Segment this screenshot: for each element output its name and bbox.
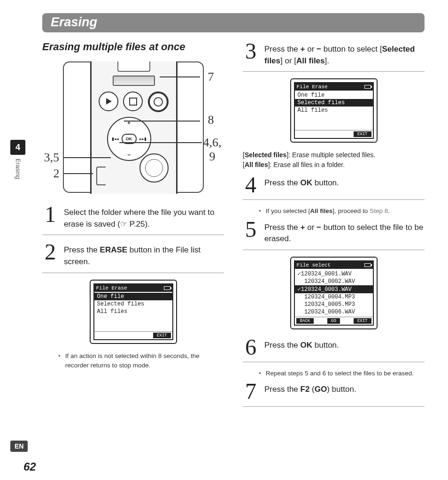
lcd-softkey: EXIT — [153, 333, 171, 338]
battery-icon — [364, 263, 371, 267]
step-text: Press the + or − button to select the fi… — [264, 219, 425, 245]
stop-button-icon — [123, 91, 143, 111]
note-step6: •Repeat steps 5 and 6 to select the file… — [259, 369, 425, 378]
note-step4: • If you selected [All files], proceed t… — [259, 206, 425, 216]
lcd-row: 120324_0002.WAV — [295, 278, 373, 285]
step-text: Press the OK button. — [264, 337, 425, 357]
step-1: 1 Select the folder where the file you w… — [42, 204, 224, 230]
record-button-icon — [148, 91, 169, 112]
lcd-row: Selected files — [94, 300, 172, 308]
dpad-icon: + − ▮◂◂ ▸▸▮ OK — [107, 117, 151, 161]
step-number: 5 — [243, 219, 259, 245]
lcd-screen-file-erase-2: File Erase One file Selected files All f… — [290, 78, 378, 143]
lcd-row: ✓120324_0003.WAV — [295, 285, 373, 293]
callout-469: 4,6, 9 — [203, 136, 222, 164]
step-3: 3 Press the + or − button to select [Sel… — [243, 41, 425, 67]
lcd-row: ✓120324_0001.WAV — [295, 270, 373, 278]
play-button-icon — [99, 91, 118, 111]
lcd-screen-file-erase-1: File Erase One file Selected files All f… — [90, 280, 177, 344]
dial-icon — [139, 153, 169, 183]
step-number: 3 — [243, 41, 259, 67]
lcd-softkey: BACK — [296, 318, 314, 324]
step-6: 6 Press the OK button. — [243, 337, 425, 357]
step-5: 5 Press the + or − button to select the … — [243, 219, 425, 245]
callout-2: 2 — [54, 167, 60, 181]
step-7: 7 Press the F2 (GO) button. — [243, 381, 425, 401]
subheading: Erasing multiple files at once — [42, 41, 224, 53]
step-text: Press the + or − button to select [Selec… — [264, 41, 425, 67]
lcd-row: All files — [94, 308, 172, 315]
lcd-softkey: EXIT — [354, 318, 371, 324]
lcd-row: One file — [94, 293, 172, 300]
lcd-softkey: GO — [327, 318, 340, 324]
step-text: Press the F2 (GO) button. — [264, 381, 425, 401]
step-number: 6 — [243, 337, 259, 357]
lcd-row: 120324_0006.WAV — [295, 308, 373, 316]
step-number: 4 — [243, 175, 259, 195]
step-text: Press the ERASE button in the File list … — [64, 242, 224, 267]
battery-icon — [364, 85, 371, 89]
lcd-screen-file-select: File select ✓120324_0001.WAV 120324_0002… — [290, 257, 378, 329]
step-text: Select the folder where the file you wan… — [64, 204, 224, 230]
step-number: 2 — [42, 242, 58, 267]
lcd-row: Selected files — [295, 99, 373, 107]
step-text: Press the OK button. — [264, 175, 425, 195]
lcd-row: One file — [295, 91, 373, 99]
step-2: 2 Press the ERASE button in the File lis… — [42, 242, 224, 267]
note-step2: •If an action is not selected within 8 s… — [58, 351, 224, 371]
callout-7: 7 — [208, 70, 214, 84]
step-4: 4 Press the OK button. — [243, 175, 425, 195]
step-number: 7 — [243, 381, 259, 401]
lcd-row: 120324_0004.MP3 — [295, 293, 373, 301]
callout-35: 3,5 — [44, 151, 60, 165]
callout-8: 8 — [208, 113, 214, 127]
step-number: 1 — [42, 204, 58, 230]
lcd-row: 120324_0005.MP3 — [295, 301, 373, 308]
section-header: Erasing — [42, 13, 425, 32]
lcd-softkey: EXIT — [354, 131, 371, 137]
battery-icon — [164, 286, 170, 290]
step-3-description: [Selected files]: Erase multiple selecte… — [243, 150, 425, 170]
lcd-row: All files — [295, 107, 373, 114]
